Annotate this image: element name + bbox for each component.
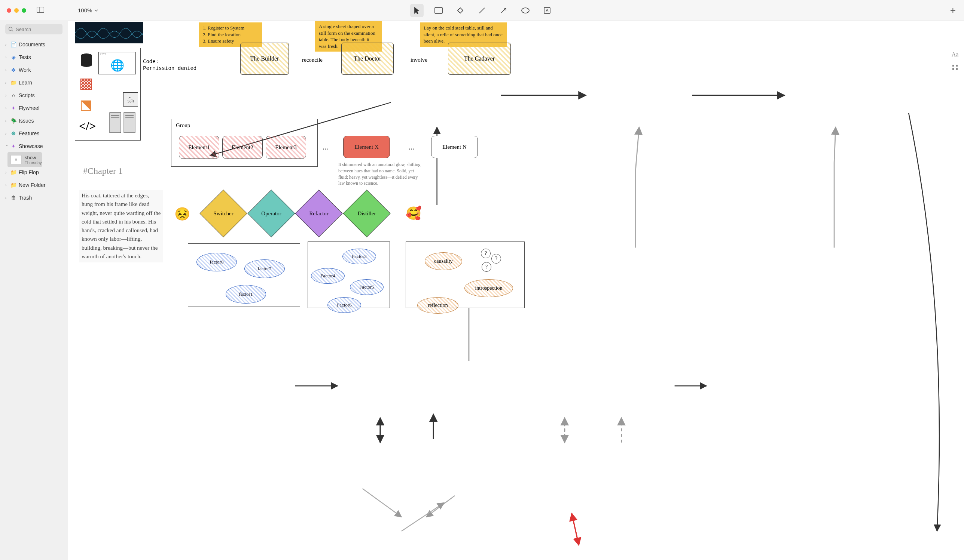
sidebar-item-label: Issues: [19, 118, 34, 124]
sidebar-item-scripts[interactable]: ›⌂Scripts: [0, 89, 68, 102]
minimize-window-button[interactable]: [14, 8, 19, 13]
services-panel[interactable]: ○ ○ ○ 🌐 ▩ >_SSH ⬔ </>: [75, 48, 141, 141]
svg-line-5: [502, 8, 506, 13]
concepts-box[interactable]: causality introspection reflection ? ? ?: [405, 242, 525, 308]
element-1[interactable]: Element1: [179, 136, 219, 159]
edge-involve: involve: [410, 57, 427, 63]
box-doctor-label: The Doctor: [353, 55, 381, 62]
search-input[interactable]: [5, 24, 62, 34]
diamond-distiller[interactable]: Distiller: [350, 196, 384, 230]
concept-causality[interactable]: causality: [425, 252, 462, 270]
code-icon: </>: [79, 119, 96, 133]
group-label: Group: [176, 122, 190, 128]
factors-box-right[interactable]: Factor3 Factor4 Factor5 Factor6: [308, 242, 390, 308]
database-icon: [80, 53, 93, 68]
maximize-window-button[interactable]: [22, 8, 26, 13]
sidebar-item-label: Showcase: [19, 143, 43, 149]
sidebar-item-showcase[interactable]: ›✦Showcase: [0, 140, 68, 153]
sidebar-item-documents[interactable]: ›📄Documents: [0, 38, 68, 51]
question-3[interactable]: ?: [482, 262, 491, 272]
svg-rect-11: [953, 65, 954, 67]
chapter-heading[interactable]: #Chapter 1: [83, 166, 123, 176]
emoji-frown[interactable]: 😣: [174, 206, 190, 221]
element-n[interactable]: Element N: [431, 136, 478, 158]
sidebar-item-trash[interactable]: ›🗑Trash: [0, 192, 68, 204]
page-thumbnail: ▦: [10, 155, 22, 164]
ssh-icon: >_SSH: [123, 93, 138, 107]
question-2[interactable]: ?: [491, 254, 501, 263]
sidebar-item-issues[interactable]: ›🪲Issues: [0, 114, 68, 127]
folder-icon: 📁: [10, 182, 16, 188]
box-doctor[interactable]: The Doctor: [341, 42, 394, 75]
sidebar: ›📄Documents ›◈Tests ›✻Work ›📁Learn ›⌂Scr…: [0, 21, 68, 560]
edge-reconcile: reconcile: [302, 57, 322, 63]
sidebar-selected-item[interactable]: ▦ show Thursday: [0, 153, 68, 166]
diamond-refactor[interactable]: Refactor: [302, 196, 336, 230]
redis-icon: ▩: [79, 75, 93, 92]
sidebar-item-features[interactable]: ›❋Features: [0, 127, 68, 140]
box-builder[interactable]: The Builder: [240, 42, 289, 75]
sidebar-item-label: Flip Flop: [19, 169, 39, 175]
svg-rect-12: [956, 65, 957, 67]
element-x[interactable]: Element X: [343, 136, 390, 158]
factor-0[interactable]: factor0: [197, 253, 237, 271]
factor-2[interactable]: factor2: [244, 260, 285, 278]
grid-button[interactable]: [951, 63, 959, 71]
sidebar-item-work[interactable]: ›✻Work: [0, 63, 68, 76]
rect-tool[interactable]: [432, 4, 445, 17]
factor-4[interactable]: Factor4: [311, 268, 345, 284]
factor-5[interactable]: Factor5: [350, 279, 384, 295]
waveform-thumbnail[interactable]: [75, 22, 143, 43]
shield-icon: ◈: [10, 54, 16, 60]
sidebar-item-label: Scripts: [19, 93, 35, 98]
ellipse-tool[interactable]: [519, 4, 532, 17]
concept-introspection[interactable]: introspection: [464, 279, 513, 297]
window-controls: [7, 8, 26, 13]
sidebar-toggle-button[interactable]: [37, 7, 44, 14]
home-icon: ⌂: [10, 93, 16, 98]
ellipsis-2: ...: [409, 143, 414, 151]
svg-rect-2: [435, 8, 442, 13]
sidebar-item-newfolder[interactable]: ›📁New Folder: [0, 179, 68, 192]
element-3[interactable]: Element3: [266, 136, 306, 159]
diamond-switcher[interactable]: Switcher: [207, 196, 240, 230]
wand-icon: ✦: [10, 105, 16, 111]
factor-1[interactable]: factor1: [226, 285, 266, 304]
sidebar-item-tests[interactable]: ›◈Tests: [0, 51, 68, 63]
select-tool[interactable]: [410, 4, 423, 17]
trash-icon: 🗑: [10, 195, 16, 201]
zoom-dropdown[interactable]: 100%: [78, 7, 98, 13]
close-window-button[interactable]: [7, 8, 11, 13]
concept-reflection[interactable]: reflection: [417, 297, 458, 314]
selected-title: show: [25, 155, 42, 161]
emoji-smile[interactable]: 🥰: [405, 206, 422, 221]
sidebar-item-flipflop[interactable]: ›📁Flip Flop: [0, 166, 68, 179]
sidebar-item-label: New Folder: [19, 182, 46, 188]
factors-box-left[interactable]: factor0 factor2 factor1: [188, 243, 300, 307]
group-box[interactable]: Group Element1 Element2 Element3: [171, 119, 318, 167]
gear-icon: ❋: [10, 130, 16, 136]
svg-rect-3: [458, 8, 463, 13]
diamond-tool[interactable]: [454, 4, 467, 17]
canvas[interactable]: Aa: [68, 21, 964, 560]
sidebar-item-learn[interactable]: ›📁Learn: [0, 76, 68, 89]
line-tool[interactable]: [475, 4, 489, 17]
box-cadaver[interactable]: The Cadaver: [448, 42, 511, 75]
story-text[interactable]: His coat, tattered at the edges, hung fr…: [79, 190, 163, 263]
factor-3[interactable]: Factor3: [342, 248, 376, 264]
chevron-down-icon: [94, 9, 98, 11]
diamond-operator[interactable]: Operator: [254, 196, 288, 230]
factor-6[interactable]: Factor6: [327, 297, 361, 313]
question-1[interactable]: ?: [481, 248, 490, 258]
sidebar-item-label: Documents: [19, 42, 45, 47]
text-style-button[interactable]: Aa: [951, 51, 959, 58]
add-button[interactable]: +: [950, 5, 956, 16]
sparkle-icon: ✦: [10, 143, 16, 149]
browser-window-icon: ○ ○ ○ 🌐: [98, 52, 136, 75]
arrow-tool[interactable]: [497, 4, 510, 17]
element-caption: It shimmered with an unnatural glow, shi…: [338, 161, 421, 187]
sidebar-item-flywheel[interactable]: ›✦Flywheel: [0, 102, 68, 114]
text-tool[interactable]: A: [541, 4, 554, 17]
element-2[interactable]: Element2: [222, 136, 263, 159]
svg-line-28: [363, 489, 402, 517]
